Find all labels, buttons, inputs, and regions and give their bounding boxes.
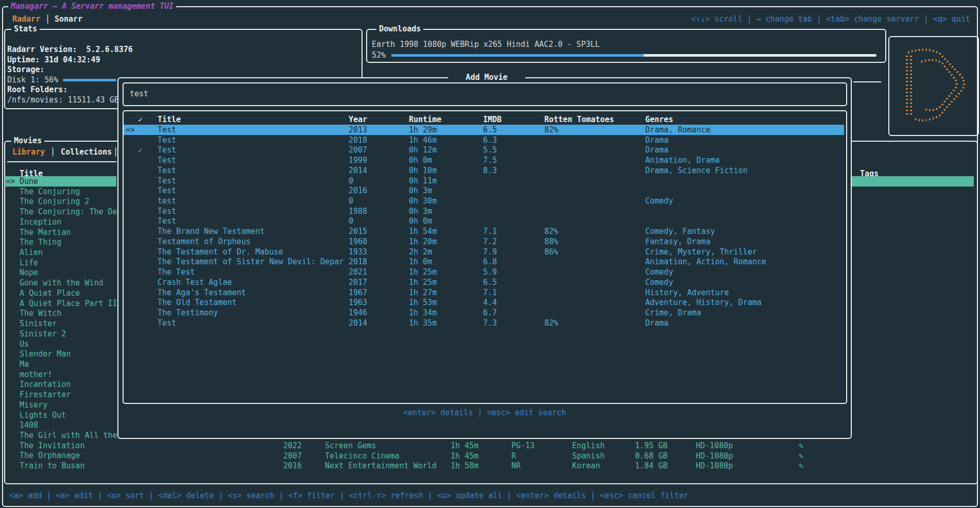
movie-list-item[interactable]: The Thing <box>20 237 61 247</box>
stats-rootfolder-value: /nfs/movies: 11511.43 GB <box>7 95 119 105</box>
result-cell-runtime[interactable]: 0h 11m <box>409 176 437 186</box>
movie-list-item[interactable]: Misery <box>20 400 47 410</box>
movie-list-item[interactable]: The Conjuring 2 <box>20 196 89 207</box>
result-cell-genres[interactable]: Comedy <box>645 196 673 206</box>
result-cell-runtime[interactable]: 0h 0m <box>409 216 432 226</box>
tab-radarr[interactable]: Radarr <box>12 14 40 24</box>
result-cell-year: 1967 <box>349 287 367 298</box>
movie-list-item[interactable]: Ma <box>20 359 29 369</box>
downloads-panel-title: Downloads <box>376 24 423 34</box>
movie-search-input[interactable]: test <box>123 82 847 106</box>
result-cell-genres[interactable]: Fantasy, Drama <box>645 236 710 247</box>
movie-list-item[interactable]: The Orphanage <box>20 450 80 461</box>
result-cell-year: 2007 <box>349 145 367 155</box>
movie-list-item[interactable]: Life <box>20 258 38 268</box>
result-cell-genres[interactable]: Adventure, History, Drama <box>645 297 762 308</box>
result-cell-runtime: 0h 10m <box>409 165 437 176</box>
result-cell-genres[interactable]: History, Adventure <box>645 287 729 298</box>
result-cell-imdb: 6.3 <box>483 135 497 145</box>
download-percent-label: 52% <box>372 50 386 60</box>
result-cell-title: Test <box>158 216 176 226</box>
result-cell-runtime: 1h 20m <box>409 236 437 247</box>
movie-list-item[interactable]: Inception <box>20 217 61 227</box>
movie-list-item[interactable]: Incantation <box>20 379 71 390</box>
library-tab-separator: │ <box>50 147 55 157</box>
result-cell-genres[interactable]: Crime, Mystery, Thriller <box>645 247 757 257</box>
result-cell-genres[interactable]: Drama, Romance <box>645 125 710 135</box>
result-cell-genres[interactable]: Comedy <box>645 277 673 287</box>
movie-list-item[interactable]: The Girl with All the <box>20 430 117 441</box>
movie-list-item[interactable]: Lights Out <box>20 410 66 420</box>
movie-list-item[interactable]: Nope <box>20 267 38 278</box>
movie-list-item[interactable]: 1408 <box>20 420 38 430</box>
col-header-imdb: IMDB <box>483 114 502 125</box>
movie-list-item[interactable]: The Witch <box>20 308 61 318</box>
result-cell-imdb: 7.1 <box>483 287 497 298</box>
result-cell-title: The Testament of Sister New Devil: Depar <box>158 257 343 267</box>
result-cell-imdb: 5.9 <box>483 267 497 277</box>
detail-cell-year: 2016 <box>283 461 302 471</box>
result-cell-runtime[interactable]: 0h 3m <box>409 185 432 196</box>
movie-list-item[interactable]: Gone with the Wind <box>20 278 104 288</box>
tab-sonarr[interactable]: Sonarr <box>55 14 82 24</box>
result-cell-title: Test <box>158 145 176 155</box>
result-cell-imdb: 7.5 <box>483 155 497 165</box>
movie-list-item[interactable]: Alien <box>20 247 43 258</box>
movie-list-item[interactable]: Slender Man <box>20 349 71 359</box>
result-cell-genres[interactable]: Crime, Drama <box>645 308 701 318</box>
result-cell-rt: 86% <box>544 247 558 257</box>
movie-list-item[interactable]: Us <box>20 339 29 349</box>
result-cell-imdb: 6.5 <box>483 277 497 287</box>
result-cell-title: Test <box>158 125 176 135</box>
movie-list-item[interactable]: Sinister <box>20 318 57 329</box>
col-header-genres: Genres <box>645 114 673 125</box>
result-cell-genres[interactable]: Animation, Action, Romance <box>645 257 766 267</box>
result-cell-year: 2015 <box>349 226 367 236</box>
movie-list-item[interactable]: The Martian <box>20 227 71 238</box>
result-cell-imdb: 8.3 <box>483 165 497 176</box>
movie-list-item[interactable]: Dune <box>20 176 38 187</box>
result-cell-genres[interactable]: Drama <box>645 135 668 145</box>
result-cell-genres[interactable]: Comedy, Fantasy <box>645 226 715 236</box>
managarr-app: Managarr – A Servarr management TUI Rada… <box>0 0 980 508</box>
result-cell-runtime: 2h 2m <box>409 247 432 257</box>
result-cell-genres[interactable]: Drama <box>645 145 668 155</box>
movie-list-item[interactable]: The Conjuring: The De <box>20 207 117 217</box>
detail-cell-runtime: 1h 58m <box>451 461 478 471</box>
tab-collections[interactable]: Collections <box>61 147 112 157</box>
movie-list-item[interactable]: A Quiet Place Part II <box>20 298 117 309</box>
result-cell-genres[interactable]: Drama, Science Fiction <box>645 165 748 176</box>
result-cell-title: Crash Test Aglae <box>158 277 232 287</box>
result-cell-runtime[interactable]: 0h 3m <box>409 206 432 216</box>
result-cell-genres[interactable]: Comedy <box>645 267 673 277</box>
selected-movie-tags-highlight <box>852 176 974 187</box>
movie-list-item[interactable]: Firestarter <box>20 390 71 400</box>
tab-library[interactable]: Library <box>12 147 45 157</box>
detail-cell-runtime: 1h 45m <box>451 451 478 461</box>
result-cell-genres[interactable]: Animation, Drama <box>645 155 720 165</box>
result-cell-title: The Test <box>158 267 195 277</box>
result-cell-title: The Testimony <box>158 308 218 318</box>
result-cell-year: 2014 <box>349 165 367 176</box>
movie-list-item[interactable]: Sinister 2 <box>20 329 66 339</box>
result-cell-title: test <box>158 196 176 206</box>
result-cell-runtime: 1h 25m <box>409 277 437 287</box>
result-cell-rt: 88% <box>544 236 558 247</box>
result-cell-title: Test <box>158 318 176 328</box>
result-cell-title: Testament of Orpheus <box>158 236 251 247</box>
result-cell-runtime: 0h 30m <box>409 196 437 206</box>
movie-list-item[interactable]: mother! <box>20 369 52 380</box>
result-checked-icon: ✓ <box>138 145 143 155</box>
result-cell-title: Test <box>158 155 176 165</box>
movie-list-item[interactable]: The Conjuring <box>20 187 80 197</box>
movie-list-item[interactable]: The Invitation <box>20 441 84 451</box>
detail-cell-year: 2007 <box>283 451 302 461</box>
movie-list-item[interactable]: Train to Busan <box>20 461 84 471</box>
result-cell-title: The Old Testament <box>158 297 237 308</box>
detail-cell-size: 1.84 GB <box>635 461 667 471</box>
result-cell-runtime: 1h 25m <box>409 267 437 277</box>
result-cell-imdb: 7.9 <box>483 247 497 257</box>
managarr-logo-icon <box>889 37 976 133</box>
movie-list-item[interactable]: A Quiet Place <box>20 288 80 298</box>
result-cell-genres[interactable]: Drama <box>645 318 668 328</box>
